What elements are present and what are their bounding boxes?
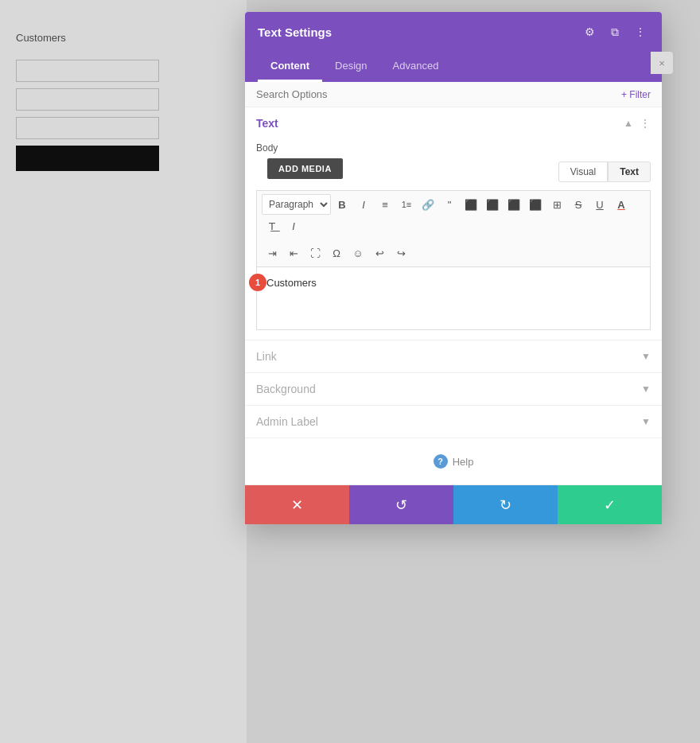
format-select[interactable]: Paragraph: [262, 194, 331, 215]
save-button[interactable]: ✓: [558, 485, 662, 524]
text-section-title: Text: [256, 117, 278, 130]
redo-button[interactable]: ↻: [453, 485, 558, 524]
text-section: Text ▲ ⋮ Body ADD MEDIA Visual Text Para…: [245, 107, 662, 340]
toolbar-underline[interactable]: U: [589, 194, 610, 215]
toolbar-strikethrough[interactable]: S: [568, 194, 589, 215]
cancel-button[interactable]: ✕: [245, 485, 349, 524]
toolbar-indent[interactable]: ⇥: [262, 243, 282, 263]
toolbar-omega[interactable]: Ω: [326, 243, 347, 263]
toolbar-outdent[interactable]: ⇤: [283, 243, 304, 263]
link-section[interactable]: Link ▼: [245, 340, 662, 373]
text-section-header[interactable]: Text ▲ ⋮: [245, 107, 662, 139]
number-badge: 1: [249, 274, 266, 291]
add-media-button[interactable]: ADD MEDIA: [267, 158, 343, 179]
toolbar-italic2[interactable]: I: [283, 216, 304, 236]
search-input[interactable]: [256, 88, 621, 100]
panel-body: Text ▲ ⋮ Body ADD MEDIA Visual Text Para…: [245, 107, 662, 484]
more-icon[interactable]: ⋮: [632, 23, 649, 41]
header-icons: ⚙ ⧉ ⋮: [581, 23, 649, 41]
settings-panel: Text Settings ⚙ ⧉ ⋮ Content Design Advan…: [245, 12, 662, 524]
settings-icon[interactable]: ⚙: [581, 23, 598, 41]
toolbar-emoji[interactable]: ☺: [348, 243, 368, 263]
panel-header: Text Settings ⚙ ⧉ ⋮: [245, 12, 662, 52]
filter-button[interactable]: + Filter: [621, 89, 651, 100]
toolbar-undo[interactable]: ↩: [369, 243, 390, 263]
view-toggle: Visual Text: [558, 161, 651, 182]
background-section[interactable]: Background ▼: [245, 373, 662, 406]
toolbar-clear-format[interactable]: T͟: [262, 216, 282, 236]
toolbar-table[interactable]: ⊞: [546, 194, 567, 215]
toolbar-ordered-list[interactable]: 1≡: [396, 194, 417, 215]
tab-design[interactable]: Design: [322, 52, 379, 82]
toolbar-link[interactable]: 🔗: [418, 194, 438, 215]
editor-area[interactable]: 1 Customers: [256, 266, 651, 330]
link-section-chevron: ▼: [641, 351, 651, 362]
toolbar-align-right[interactable]: ⬛: [504, 194, 524, 215]
text-section-icons: ▲ ⋮: [624, 117, 651, 130]
toolbar-align-justify[interactable]: ⬛: [525, 194, 546, 215]
panel-footer: ✕ ↺ ↻ ✓: [245, 484, 662, 524]
editor-toolbar-row2: ⇥ ⇤ ⛶ Ω ☺ ↩ ↪: [256, 239, 651, 266]
background-section-title: Background: [256, 383, 316, 395]
panel-tabs: Content Design Advanced: [245, 52, 662, 82]
toolbar-fullscreen[interactable]: ⛶: [305, 243, 325, 263]
help-label: Help: [453, 456, 474, 468]
text-toggle-button[interactable]: Text: [608, 161, 651, 182]
editor-toolbar-row1: Paragraph B I ≡ 1≡ 🔗 " ⬛ ⬛ ⬛ ⬛ ⊞ S U A T…: [256, 190, 651, 239]
body-label: Body: [245, 139, 662, 158]
text-section-dots[interactable]: ⋮: [640, 117, 651, 130]
toolbar-unordered-list[interactable]: ≡: [375, 194, 395, 215]
tab-advanced[interactable]: Advanced: [380, 52, 452, 82]
admin-label-section[interactable]: Admin Label ▼: [245, 406, 662, 438]
toolbar-text-color[interactable]: A: [611, 194, 632, 215]
search-bar: + Filter: [245, 82, 662, 107]
toolbar-align-left[interactable]: ⬛: [461, 194, 481, 215]
panel-title: Text Settings: [258, 25, 332, 39]
visual-toggle-button[interactable]: Visual: [558, 161, 608, 182]
background-section-chevron: ▼: [641, 383, 651, 395]
admin-label-section-title: Admin Label: [256, 415, 318, 428]
layout-icon[interactable]: ⧉: [606, 23, 624, 41]
reset-button[interactable]: ↺: [349, 485, 453, 524]
admin-label-section-chevron: ▼: [641, 416, 651, 427]
text-section-chevron-up: ▲: [624, 118, 633, 129]
editor-content: Customers: [266, 277, 317, 289]
panel-close-button[interactable]: ×: [651, 52, 673, 74]
toolbar-blockquote[interactable]: ": [439, 194, 460, 215]
link-section-title: Link: [256, 350, 277, 363]
toolbar-align-center[interactable]: ⬛: [482, 194, 503, 215]
toolbar-bold[interactable]: B: [332, 194, 352, 215]
toolbar-italic[interactable]: I: [353, 194, 374, 215]
help-icon: ?: [434, 454, 448, 469]
tab-content[interactable]: Content: [258, 52, 322, 82]
toolbar-redo[interactable]: ↪: [391, 243, 411, 263]
help-area[interactable]: ? Help: [245, 438, 662, 484]
